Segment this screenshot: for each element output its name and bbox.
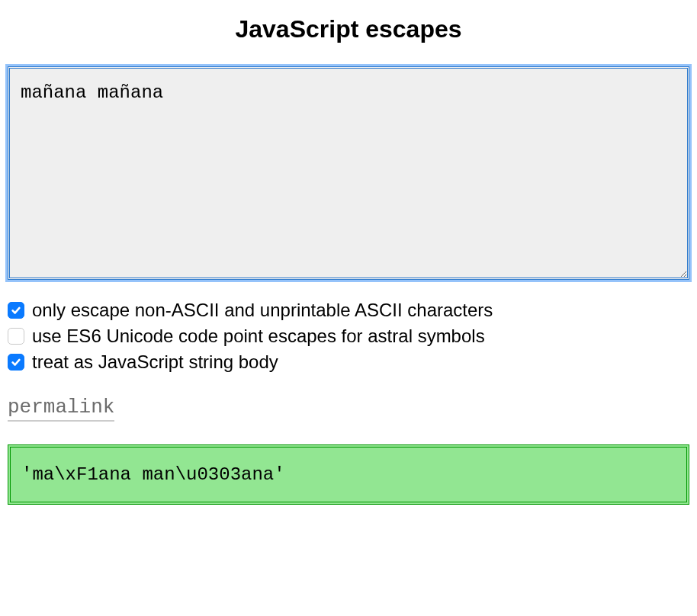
option-label: only escape non-ASCII and unprintable AS… — [32, 300, 493, 321]
check-icon — [11, 357, 21, 367]
options-group: only escape non-ASCII and unprintable AS… — [8, 300, 689, 373]
option-string-body[interactable]: treat as JavaScript string body — [8, 351, 689, 373]
page-title: JavaScript escapes — [8, 15, 689, 43]
option-es6-escapes[interactable]: use ES6 Unicode code point escapes for a… — [8, 326, 689, 347]
check-icon — [11, 305, 21, 316]
option-label: treat as JavaScript string body — [32, 351, 278, 373]
option-label: use ES6 Unicode code point escapes for a… — [32, 326, 485, 347]
option-escape-nonascii[interactable]: only escape non-ASCII and unprintable AS… — [8, 300, 689, 321]
checkbox-string-body[interactable] — [8, 354, 24, 371]
output-box: 'ma\xF1ana man\u0303ana' — [8, 444, 689, 505]
permalink-link[interactable]: permalink — [8, 396, 114, 422]
input-textarea[interactable] — [8, 66, 689, 280]
checkbox-es6-escapes[interactable] — [8, 328, 24, 345]
checkbox-escape-nonascii[interactable] — [8, 302, 24, 319]
